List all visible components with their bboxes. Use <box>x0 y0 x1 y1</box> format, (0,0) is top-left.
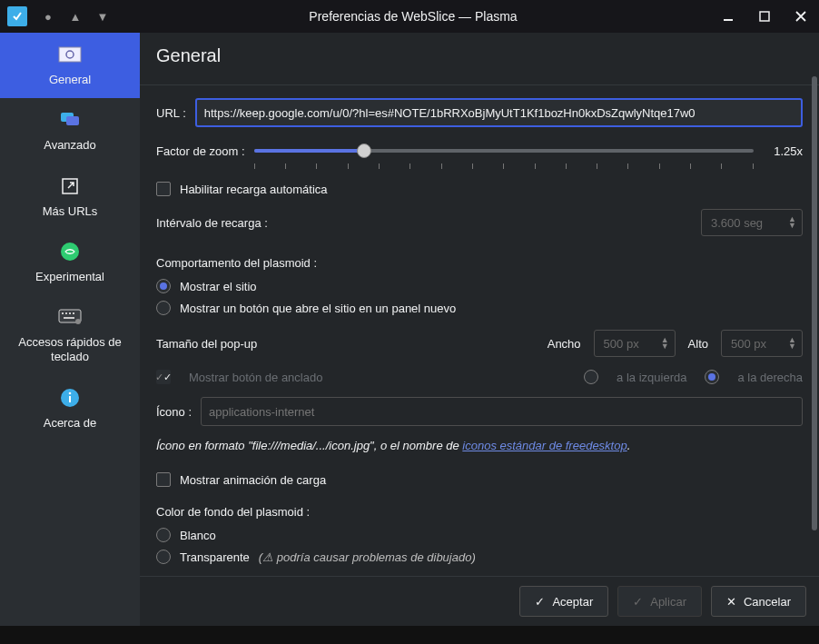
popup-height-value: 500 px <box>731 337 766 351</box>
svg-rect-0 <box>724 19 733 21</box>
behavior-opt2-label: Mostrar un botón que abre el sitio en un… <box>180 302 456 315</box>
svg-rect-12 <box>73 312 74 314</box>
show-loading-label: Mostrar animación de carga <box>180 473 326 487</box>
page-title: General <box>140 33 819 85</box>
chat-icon <box>57 107 83 133</box>
close-icon: ✕ <box>726 595 736 609</box>
window-title: Preferencias de WebSlice — Plasma <box>109 9 717 24</box>
freedesktop-icons-link[interactable]: iconos estándar de freedesktop <box>462 439 627 452</box>
svg-rect-13 <box>64 317 74 319</box>
behavior-radio-site[interactable] <box>156 279 171 293</box>
sidebar-item-advanced[interactable]: Avanzado <box>0 98 140 163</box>
bg-transparent-radio[interactable] <box>156 550 171 564</box>
ok-button[interactable]: ✓ Aceptar <box>519 586 608 617</box>
app-icon <box>7 6 27 26</box>
settings-icon <box>57 42 83 67</box>
behavior-label: Comportamento del plasmoid : <box>156 256 803 270</box>
bg-transparent-warning: (⚠ podría causar problemas de dibujado) <box>259 550 476 564</box>
zoom-label: Factor de zoom : <box>156 144 245 158</box>
anchor-left-radio[interactable] <box>584 370 598 384</box>
icon-hint: Ícono en formato "file:///media/.../icon… <box>156 439 803 452</box>
svg-rect-10 <box>65 312 67 314</box>
close-button[interactable] <box>790 5 812 27</box>
titlebar-up-icon[interactable]: ▲ <box>69 10 82 23</box>
width-label: Ancho <box>548 337 581 351</box>
svg-rect-1 <box>760 12 769 21</box>
sidebar: General Avanzado Más URLs Experimental A… <box>0 33 140 626</box>
bg-white-radio[interactable] <box>156 528 171 542</box>
reload-interval-label: Intérvalo de recarga : <box>156 216 268 230</box>
sidebar-item-more-urls[interactable]: Más URLs <box>0 164 140 230</box>
behavior-opt1-label: Mostrar el sitio <box>180 280 257 293</box>
svg-point-17 <box>69 391 72 394</box>
sidebar-item-experimental[interactable]: Experimental <box>0 230 140 295</box>
sidebar-item-about[interactable]: Acerca de <box>0 376 140 441</box>
zoom-slider[interactable] <box>254 140 754 162</box>
titlebar: ● ▲ ▼ Preferencias de WebSlice — Plasma <box>0 0 819 33</box>
reload-interval-value: 3.600 seg <box>711 216 763 230</box>
auto-reload-label: Habilitar recarga automática <box>180 183 328 196</box>
svg-rect-2 <box>59 47 81 62</box>
keyboard-icon <box>57 304 83 330</box>
url-input[interactable] <box>195 98 803 127</box>
svg-rect-9 <box>62 312 64 314</box>
anchor-right-label: a la derecha <box>737 371 803 384</box>
form-scroll[interactable]: URL : Factor de zoom : <box>140 85 819 576</box>
minimize-button[interactable] <box>717 5 739 27</box>
sidebar-item-label: Accesos rápidos de teclado <box>5 335 134 365</box>
dialog-button-bar: ✓ Aceptar ✓ Aplicar ✕ Cancelar <box>140 576 819 626</box>
apply-button: ✓ Aplicar <box>617 586 702 617</box>
chevron-down-icon[interactable]: ▼ <box>661 343 669 350</box>
flask-icon <box>57 239 83 264</box>
titlebar-dot-icon[interactable]: ● <box>42 10 54 23</box>
sidebar-item-label: General <box>49 73 91 87</box>
bg-transparent-label: Transparente <box>180 550 250 564</box>
reload-interval-spinner: 3.600 seg ▲▼ <box>701 209 803 236</box>
height-label: Alto <box>688 337 708 351</box>
external-link-icon <box>57 173 83 199</box>
auto-reload-checkbox[interactable] <box>156 182 171 196</box>
svg-rect-16 <box>69 396 71 402</box>
titlebar-down-icon[interactable]: ▼ <box>96 10 109 23</box>
cancel-button[interactable]: ✕ Cancelar <box>711 586 806 617</box>
svg-rect-5 <box>66 116 79 125</box>
sidebar-item-general[interactable]: General <box>0 33 140 98</box>
sidebar-item-label: Acerca de <box>44 416 97 431</box>
bg-white-label: Blanco <box>180 529 216 542</box>
svg-rect-11 <box>69 312 71 314</box>
svg-point-14 <box>75 319 81 324</box>
chevron-down-icon[interactable]: ▼ <box>788 343 796 350</box>
show-loading-checkbox[interactable] <box>156 472 171 487</box>
sidebar-item-label: Experimental <box>35 270 104 284</box>
sidebar-item-shortcuts[interactable]: Accesos rápidos de teclado <box>0 295 140 376</box>
url-label: URL : <box>156 106 186 120</box>
anchor-checkbox[interactable]: ✓ <box>156 370 171 384</box>
sidebar-item-label: Avanzado <box>44 138 96 153</box>
icon-label: Ícono : <box>156 405 192 419</box>
anchor-left-label: a la izquierda <box>617 371 686 384</box>
svg-point-7 <box>61 243 79 261</box>
popup-width-spinner[interactable]: 500 px ▲▼ <box>594 330 676 357</box>
popup-height-spinner[interactable]: 500 px ▲▼ <box>721 330 803 357</box>
maximize-button[interactable] <box>754 5 775 27</box>
behavior-radio-button[interactable] <box>156 301 171 315</box>
chevron-down-icon: ▼ <box>788 223 796 229</box>
sidebar-item-label: Más URLs <box>43 204 98 219</box>
zoom-value: 1.25x <box>763 144 803 158</box>
check-icon: ✓ <box>535 595 545 609</box>
scrollbar[interactable] <box>812 76 817 549</box>
popup-size-label: Tamaño del pop-up <box>156 337 257 351</box>
bg-color-label: Color de fondo del plasmoid : <box>156 505 803 519</box>
anchor-right-radio[interactable] <box>705 370 719 384</box>
anchor-label: Mostrar botón de anclado <box>189 371 322 384</box>
check-icon: ✓ <box>633 595 643 609</box>
info-icon <box>57 385 83 411</box>
popup-width-value: 500 px <box>604 337 639 351</box>
main-panel: General URL : Factor de zoom : <box>140 33 819 626</box>
icon-input[interactable] <box>201 397 803 426</box>
